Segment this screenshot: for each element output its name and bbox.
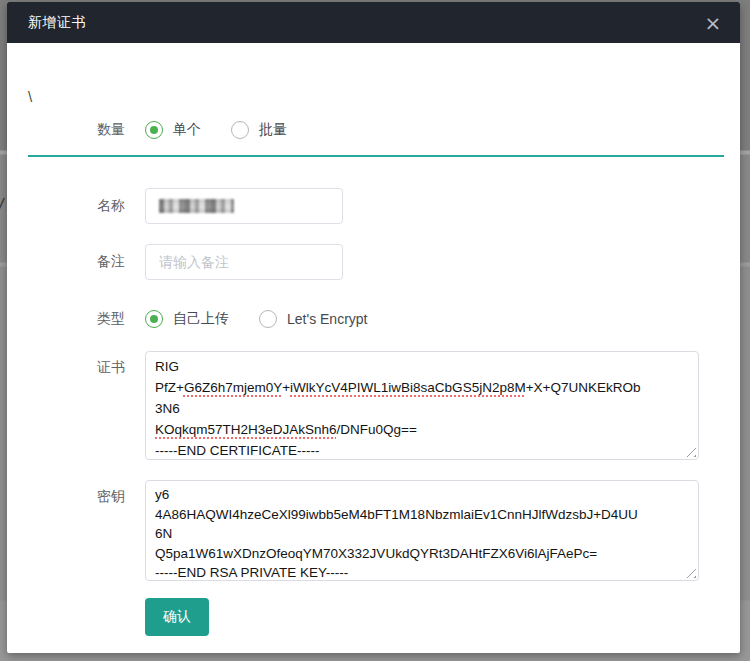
modal-title: 新增证书	[28, 14, 86, 32]
name-input[interactable]	[145, 188, 343, 224]
textarea-line: -----END RSA PRIVATE KEY-----	[155, 563, 689, 581]
radio-label: 批量	[259, 121, 287, 139]
radio-type-self-upload[interactable]: 自己上传	[145, 310, 229, 328]
radio-icon	[259, 310, 277, 328]
private-key-row: 密钥 y64A86HAQWI4hzeCeXl99iwbb5eM4bFT1M18N…	[97, 480, 699, 581]
radio-type-lets-encrypt[interactable]: Let's Encrypt	[259, 310, 368, 328]
textarea-line: 4A86HAQWI4hzeCeXl99iwbb5eM4bFT1M18Nbzmla…	[155, 505, 689, 525]
confirm-button[interactable]: 确认	[145, 598, 209, 636]
stray-backslash-text: \	[28, 88, 32, 105]
radio-icon	[231, 121, 249, 139]
remark-label: 备注	[97, 253, 145, 271]
type-label: 类型	[97, 310, 145, 328]
close-icon[interactable]: ×	[700, 10, 726, 36]
textarea-line: y6	[155, 485, 689, 505]
remark-row: 备注	[97, 244, 343, 280]
teal-divider	[28, 155, 724, 157]
quantity-label: 数量	[97, 121, 145, 139]
masked-name-value	[159, 199, 234, 213]
textarea-line: 6N	[155, 524, 689, 544]
certificate-row: 证书 RIGPfZ+G6Z6h7mjem0Y+iWlkYcV4PIWL1iwBi…	[97, 351, 699, 460]
textarea-line: Q5pa1W61wXDnzOfeoqYM70X332JVUkdQYRt3DAHt…	[155, 544, 689, 564]
certificate-textarea[interactable]: RIGPfZ+G6Z6h7mjem0Y+iWlkYcV4PIWL1iwBi8sa…	[145, 351, 699, 460]
textarea-line: -----END CERTIFICATE-----	[155, 440, 689, 460]
add-certificate-modal: 新增证书 × \ 数量 单个 批量 名称 备注	[7, 2, 740, 653]
name-row: 名称	[97, 188, 343, 224]
textarea-line: PfZ+G6Z6h7mjem0Y+iWlkYcV4PIWL1iwBi8saCbG…	[155, 377, 689, 398]
modal-body: \ 数量 单个 批量 名称 备注 类型	[7, 43, 740, 653]
certificate-label: 证书	[97, 351, 145, 377]
remark-input[interactable]	[145, 244, 343, 280]
private-key-textarea[interactable]: y64A86HAQWI4hzeCeXl99iwbb5eM4bFT1M18Nbzm…	[145, 480, 699, 581]
textarea-line: KOqkqm57TH2H3eDJAkSnh6/DNFu0Qg==	[155, 419, 689, 440]
radio-quantity-single[interactable]: 单个	[145, 121, 201, 139]
quantity-row: 数量 单个 批量	[97, 112, 317, 148]
radio-quantity-batch[interactable]: 批量	[231, 121, 287, 139]
radio-label: Let's Encrypt	[287, 311, 368, 327]
textarea-line: 3N6	[155, 398, 689, 419]
type-row: 类型 自己上传 Let's Encrypt	[97, 301, 398, 337]
radio-icon	[145, 121, 163, 139]
radio-label: 自己上传	[173, 310, 229, 328]
radio-icon	[145, 310, 163, 328]
backdrop-stray-text: /	[0, 196, 3, 214]
private-key-label: 密钥	[97, 480, 145, 506]
radio-label: 单个	[173, 121, 201, 139]
modal-header: 新增证书 ×	[7, 2, 740, 43]
textarea-line: RIG	[155, 356, 689, 377]
name-label: 名称	[97, 197, 145, 215]
